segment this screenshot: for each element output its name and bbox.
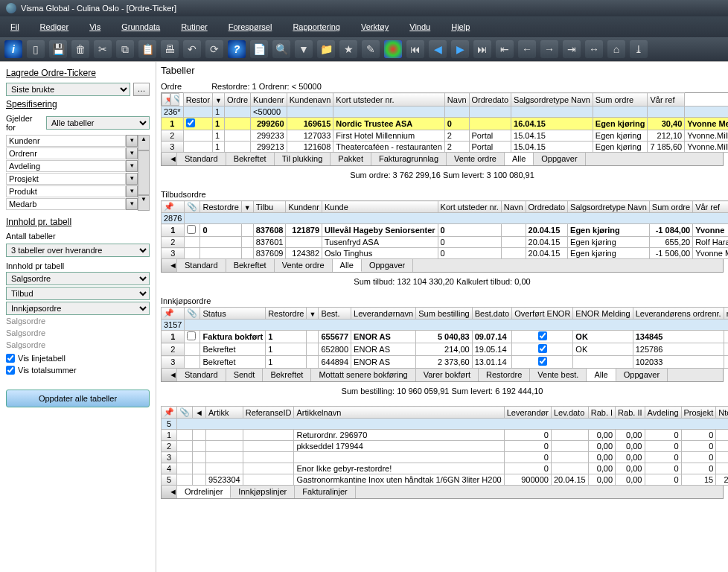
field-medarb[interactable]: Medarb <box>6 198 126 210</box>
wand-icon[interactable]: ★ <box>339 40 357 58</box>
scroll-up-icon[interactable]: ▲ <box>138 135 150 150</box>
menu-rapportering[interactable]: Rapportering <box>282 19 351 34</box>
tab-standard[interactable]: Standard <box>177 153 226 165</box>
cut-icon[interactable]: ✂ <box>94 40 112 58</box>
doc-icon[interactable]: 📄 <box>250 40 268 58</box>
clip-icon[interactable]: 📎 <box>177 407 193 419</box>
tab-plukking[interactable]: Til plukking <box>275 153 331 165</box>
tab-left-icon[interactable]: ◄ <box>162 259 177 272</box>
sort-icon[interactable]: ▼ <box>213 93 225 107</box>
tab-left-icon[interactable]: ◄ <box>162 486 177 498</box>
field-ordrenr[interactable]: Ordrenr <box>6 147 126 159</box>
menu-vis[interactable]: Vis <box>79 19 111 34</box>
vis-total-check[interactable] <box>6 366 15 375</box>
folder-icon[interactable]: 📁 <box>317 40 335 58</box>
pin-icon[interactable]: 📌 <box>162 93 170 106</box>
innkjop-table[interactable]: 📌📎StatusRestordre▼Best.LeverandørnavnSum… <box>161 307 728 369</box>
undo-icon[interactable]: ↶ <box>183 40 201 58</box>
prev-icon[interactable]: ◀ <box>429 40 447 58</box>
dd-icon[interactable]: ▾ <box>126 173 138 185</box>
tab-oppgaver[interactable]: Oppgaver <box>616 369 668 381</box>
first-icon[interactable]: ⏮ <box>406 40 424 58</box>
home-icon[interactable]: ⌂ <box>607 40 625 58</box>
tab-fakturagrunnlag[interactable]: Fakturagrunnlag <box>371 153 447 165</box>
edit-icon[interactable]: ✎ <box>362 40 380 58</box>
info-icon[interactable]: i <box>4 40 22 58</box>
siste-brukte-select[interactable]: Siste brukte <box>6 83 130 96</box>
sort-icon[interactable]: ▼ <box>307 308 319 320</box>
content-3[interactable]: Innkjøpsordre <box>6 302 150 315</box>
tab-alle[interactable]: Alle <box>333 259 362 272</box>
row-check[interactable] <box>186 118 195 127</box>
nav4-icon[interactable]: ⇥ <box>563 40 581 58</box>
nav3-icon[interactable]: → <box>540 40 558 58</box>
menu-foresporsel[interactable]: Forespørsel <box>218 19 283 34</box>
tab-alle[interactable]: Alle <box>587 369 616 381</box>
tab-standard[interactable]: Standard <box>177 369 226 381</box>
dd-icon[interactable]: ▾ <box>126 147 138 159</box>
dd-icon[interactable]: ▾ <box>126 135 138 147</box>
menu-hjelp[interactable]: Hjelp <box>441 19 480 34</box>
content-1[interactable]: Salgsordre <box>6 272 150 285</box>
tab-bekreftet[interactable]: Bekreftet <box>226 153 275 165</box>
delete-icon[interactable]: 🗑 <box>71 40 89 58</box>
linjer-table[interactable]: 📌📎◄ArtikkReferanseIDArtikkelnavnLeverand… <box>161 406 728 486</box>
enor-check[interactable] <box>538 357 547 366</box>
tab-alle[interactable]: Alle <box>505 153 534 165</box>
help-icon[interactable]: ? <box>228 40 246 58</box>
color-icon[interactable] <box>384 40 402 58</box>
gjelder-select[interactable]: Alle tabeller <box>46 116 150 130</box>
scroll-down-icon[interactable]: ▼ <box>138 195 150 211</box>
paste-icon[interactable]: 📋 <box>138 40 156 58</box>
tab-restordre[interactable]: Restordre <box>479 369 530 381</box>
tab-oppgaver[interactable]: Oppgaver <box>534 153 585 165</box>
ordre-table[interactable]: 📌📎 Restor▼ OrdreKundenr KundenavnKort ut… <box>161 92 728 153</box>
tab-vente[interactable]: Vente ordre <box>447 153 505 165</box>
menu-fil[interactable]: Fil <box>0 19 30 34</box>
filter-icon[interactable]: ▼ <box>295 40 313 58</box>
pin-icon[interactable]: 📌 <box>162 407 177 419</box>
tab-bekreftet[interactable]: Bekreftet <box>263 369 311 381</box>
menu-grunndata[interactable]: Grunndata <box>111 19 170 34</box>
tab-left-icon[interactable]: ◄ <box>162 369 177 381</box>
end-icon[interactable]: ⤓ <box>630 40 648 58</box>
last-icon[interactable]: ⏭ <box>473 40 491 58</box>
tab-standard[interactable]: Standard <box>177 259 226 272</box>
nav1-icon[interactable]: ⇤ <box>496 40 514 58</box>
menu-verktoy[interactable]: Verktøy <box>351 19 399 34</box>
nav2-icon[interactable]: ← <box>518 40 536 58</box>
vis-linje-check[interactable] <box>6 354 15 363</box>
tab-sendt[interactable]: Sendt <box>226 369 264 381</box>
browse-button[interactable]: … <box>133 83 150 96</box>
dd-icon[interactable]: ▾ <box>126 198 138 210</box>
row-check[interactable] <box>187 331 196 340</box>
tab-innkjopslinjer[interactable]: Innkjøpslinjer <box>231 486 295 498</box>
sort-icon[interactable]: ◄ <box>193 407 206 419</box>
clip-icon[interactable]: 📎 <box>185 308 200 320</box>
search-icon[interactable]: 🔍 <box>272 40 290 58</box>
field-prosjekt[interactable]: Prosjekt <box>6 173 126 185</box>
field-avdeling[interactable]: Avdeling <box>6 160 126 172</box>
tab-vente[interactable]: Vente best. <box>530 369 587 381</box>
tab-vente[interactable]: Vente ordre <box>275 259 333 272</box>
tab-varer[interactable]: Varer bokført <box>416 369 479 381</box>
field-produkt[interactable]: Produkt <box>6 185 126 197</box>
copy-icon[interactable]: ⧉ <box>116 40 134 58</box>
dd-icon[interactable]: ▾ <box>126 160 138 172</box>
row-check[interactable] <box>187 225 196 234</box>
menu-rutiner[interactable]: Rutiner <box>170 19 217 34</box>
sort-icon[interactable]: ▼ <box>241 201 253 213</box>
pin-icon[interactable]: 📌 <box>162 201 185 213</box>
menu-rediger[interactable]: Rediger <box>30 19 80 34</box>
print-icon[interactable]: 🖶 <box>161 40 179 58</box>
tab-fakturalinjer[interactable]: Fakturalinjer <box>295 486 356 498</box>
content-2[interactable]: Tilbud <box>6 287 150 300</box>
clip-icon[interactable]: 📎 <box>170 93 179 106</box>
tilbud-table[interactable]: 📌📎Restordre▼TilbuKundenrKundeKort utsted… <box>161 200 728 259</box>
next-icon[interactable]: ▶ <box>451 40 469 58</box>
enor-check[interactable] <box>538 344 547 353</box>
pin-icon[interactable]: 📌 <box>162 308 185 320</box>
nav5-icon[interactable]: ↔ <box>585 40 603 58</box>
tab-mottatt[interactable]: Mottatt senere bokføring <box>311 369 415 381</box>
tab-bekreftet[interactable]: Bekreftet <box>226 259 275 272</box>
